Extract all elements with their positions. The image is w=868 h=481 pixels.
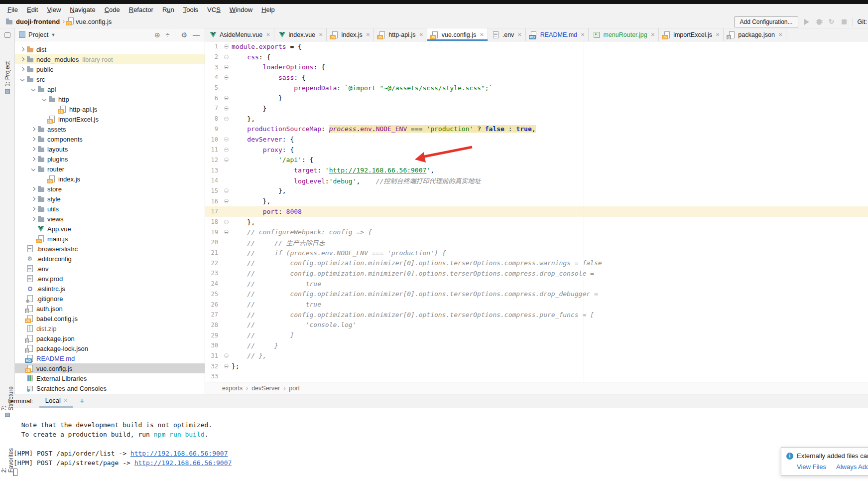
terminal-output[interactable]: Note that the development build is not o… (0, 408, 868, 481)
tree-item-dist-zip[interactable]: dist.zip (15, 323, 205, 333)
code-editor[interactable]: 1module.exports = {2 css: {3 loaderOptio… (205, 41, 868, 382)
menu-vcs[interactable]: VCS (203, 5, 225, 14)
collapse-all-icon[interactable]: ÷ (166, 31, 170, 39)
fold-marker-icon[interactable] (224, 44, 229, 49)
chevron-down-icon[interactable] (41, 98, 48, 101)
tab-readme-md[interactable]: MDREADME.md✕ (526, 28, 589, 41)
fold-marker-icon[interactable] (224, 188, 229, 193)
chevron-down-icon[interactable] (30, 88, 37, 91)
tree-item-router[interactable]: router (15, 164, 205, 174)
fold-marker-icon[interactable] (224, 117, 229, 121)
menu-view[interactable]: View (42, 5, 65, 14)
terminal-link[interactable]: http://192.168.66.56:9007 (130, 450, 228, 457)
fold-marker-icon[interactable] (224, 364, 229, 368)
tree-item-store[interactable]: store (15, 184, 205, 194)
gear-icon[interactable]: ⚙ (181, 31, 187, 39)
new-terminal-icon[interactable]: + (75, 394, 89, 408)
debug-icon[interactable] (815, 18, 823, 26)
fold-marker-icon[interactable] (224, 230, 229, 234)
tree-item-api[interactable]: api (15, 84, 205, 94)
fold-marker-icon[interactable] (224, 106, 229, 111)
close-icon[interactable]: ✕ (319, 32, 323, 37)
close-icon[interactable]: ✕ (480, 32, 484, 37)
menu-help[interactable]: Help (257, 5, 279, 14)
chevron-down-icon[interactable] (19, 78, 26, 81)
stripe-project-button[interactable]: 1: Project (0, 61, 15, 94)
close-icon[interactable]: ✕ (581, 32, 585, 37)
tree-item-babel-config-js[interactable]: JSbabel.config.js (15, 314, 205, 323)
chevron-right-icon[interactable] (30, 138, 37, 141)
tree-item-package-json[interactable]: {}package.json (15, 333, 205, 343)
tab-http-api-js[interactable]: JShttp-api.js✕ (374, 28, 427, 41)
stripe-favorites-button[interactable]: 2: Favorites (0, 448, 15, 473)
tree-item-vue-config-js[interactable]: JSvue.config.js (15, 363, 205, 373)
tree-item-auth-json[interactable]: {}auth.json (15, 304, 205, 314)
tree-item-layouts[interactable]: layouts (15, 144, 205, 154)
hide-panel-icon[interactable]: — (193, 31, 200, 39)
tree-item-public[interactable]: public (15, 64, 205, 74)
fold-marker-icon[interactable] (224, 353, 229, 358)
fold-marker-icon[interactable] (224, 199, 229, 203)
tree-item--browserslistrc[interactable]: .browserslistrc (15, 244, 205, 254)
toolwindow-toggle-icon[interactable] (4, 32, 10, 38)
tab-asidemenu-vue[interactable]: AsideMenu.vue✕ (205, 28, 274, 41)
fold-marker-icon[interactable] (224, 65, 229, 69)
tree-item-style[interactable]: style (15, 194, 205, 204)
tree-item-scratches-and-consoles[interactable]: Scratches and Consoles (15, 383, 205, 393)
menu-window[interactable]: Window (225, 5, 257, 14)
tab-vue-config-js[interactable]: JSvue.config.js✕ (427, 28, 488, 41)
tree-item-components[interactable]: components (15, 134, 205, 144)
chevron-right-icon[interactable] (19, 68, 26, 71)
menu-tools[interactable]: Tools (179, 5, 203, 14)
editor-breadcrumb-port[interactable]: port (289, 385, 300, 392)
menu-refactor[interactable]: Refactor (124, 5, 158, 14)
chevron-down-icon[interactable]: ▼ (51, 32, 55, 37)
chevron-right-icon[interactable] (30, 197, 37, 200)
stripe-structure-button[interactable]: 7: Structure (0, 385, 15, 417)
fold-marker-icon[interactable] (224, 220, 229, 224)
menu-code[interactable]: Code (100, 5, 124, 14)
close-icon[interactable]: ✕ (266, 32, 270, 37)
menu-run[interactable]: Run (158, 5, 179, 14)
tab-index-vue[interactable]: index.vue✕ (274, 28, 327, 41)
tree-item-dist[interactable]: dist (15, 44, 205, 54)
notification-action-always-add[interactable]: Always Add (836, 463, 868, 471)
tree-item-index-js[interactable]: JSindex.js (15, 174, 205, 184)
tree-item--eslintrc-js[interactable]: .eslintrc.js (15, 284, 205, 294)
coverage-icon[interactable]: ↻ (828, 18, 836, 26)
close-icon[interactable]: ✕ (419, 32, 423, 37)
chevron-right-icon[interactable] (30, 128, 37, 131)
tree-item-plugins[interactable]: plugins (15, 154, 205, 164)
tree-item-main-js[interactable]: JSmain.js (15, 234, 205, 244)
tree-item--env-prod[interactable]: .env.prod (15, 274, 205, 284)
fold-marker-icon[interactable] (224, 75, 229, 80)
tab-index-js[interactable]: JSindex.js✕ (327, 28, 374, 41)
chevron-down-icon[interactable] (30, 167, 37, 170)
tree-item-node-modules[interactable]: node_moduleslibrary root (15, 54, 205, 64)
tree-item-package-lock-json[interactable]: {}package-lock.json (15, 343, 205, 353)
chevron-right-icon[interactable] (30, 148, 37, 151)
tree-item-importexcel-js[interactable]: JSimportExcel.js (15, 114, 205, 124)
tree-item-http-api-js[interactable]: JShttp-api.js (15, 104, 205, 114)
breadcrumb-file[interactable]: vue.config.js (76, 18, 112, 25)
terminal-link[interactable]: http://192.168.66.56:9007 (134, 459, 232, 467)
menu-navigate[interactable]: Navigate (65, 5, 100, 14)
editor-breadcrumb-devserver[interactable]: devServer (251, 385, 280, 392)
chevron-right-icon[interactable] (30, 158, 37, 160)
run-icon[interactable] (803, 18, 811, 26)
close-icon[interactable]: ✕ (651, 32, 655, 37)
tree-item-readme-md[interactable]: MDREADME.md (15, 353, 205, 363)
tree-item-external-libraries[interactable]: External Libraries (15, 373, 205, 383)
tab-menurouter-jpg[interactable]: menuRouter.jpg✕ (589, 28, 659, 41)
close-icon[interactable]: ✕ (517, 32, 521, 37)
fold-marker-icon[interactable] (224, 55, 229, 59)
stop-icon[interactable] (840, 18, 848, 26)
chevron-right-icon[interactable] (30, 187, 37, 190)
project-panel-title[interactable]: Project (28, 31, 48, 38)
tree-item-http[interactable]: http (15, 94, 205, 104)
breadcrumb-project[interactable]: duoji-frontend (16, 18, 60, 25)
tree-item--gitignore[interactable]: ⊘.gitignore (15, 294, 205, 304)
menu-edit[interactable]: Edit (22, 5, 42, 14)
tree-item-app-vue[interactable]: App.vue (15, 224, 205, 234)
fold-marker-icon[interactable] (224, 158, 229, 162)
